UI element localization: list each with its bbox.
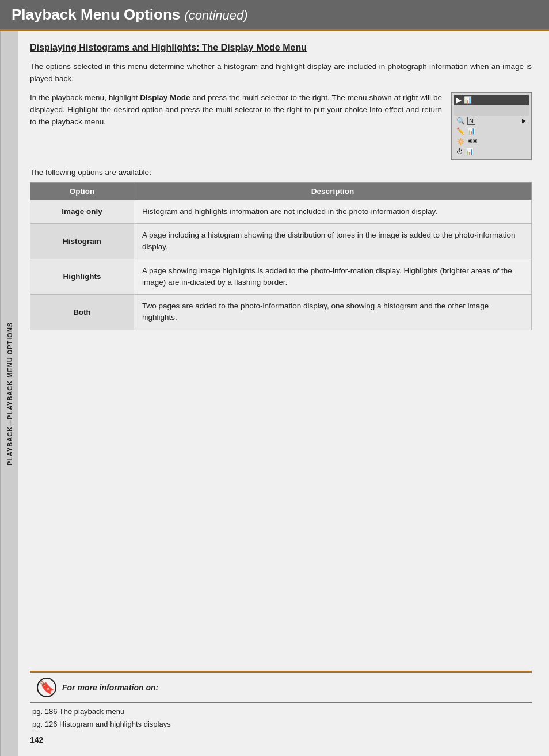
desc-cell-0: Histogram and highlights information are… [134,200,532,223]
menu-row-1: ▶ 📊 [454,95,529,105]
desc-cell-3: Two pages are added to the photo-informa… [134,295,532,330]
option-cell-0: Image only [30,200,134,223]
page-title: Playback Menu Options (continued) [12,6,248,24]
table-row: HighlightsA page showing image highlight… [30,259,532,295]
menu-icon-1: ▶ [456,96,462,104]
content-inner: Displaying Histograms and Highlights: Th… [30,43,532,744]
sidebar: PLAYBACK—PLAYBACK MENU OPTIONS [0,31,18,756]
col-header-option: Option [30,182,134,200]
col-header-description: Description [134,182,532,200]
menu-icon-bar-1: 📊 [464,96,472,104]
menu-icon-bar-2: 📊 [467,127,475,135]
options-table: Option Description Image onlyHistogram a… [30,182,532,330]
table-header-row: Option Description [30,182,532,200]
info-links: pg. 186 The playback menupg. 126 Histogr… [30,705,532,731]
table-row: Image onlyHistogram and highlights infor… [30,200,532,223]
following-text: The following options are available: [30,168,532,177]
intro-paragraph-2: In the playback menu, highlight Display … [30,92,442,160]
page-number: 142 [30,733,532,744]
section-heading: Displaying Histograms and Highlights: Th… [30,43,532,53]
title-continued: (continued) [185,8,248,22]
table-row: BothTwo pages are added to the photo-inf… [30,295,532,330]
info-link-0: pg. 186 The playback menu [32,705,532,718]
desc-cell-1: A page including a histogram showing the… [134,224,532,259]
info-box-label: For more information on: [62,683,158,692]
menu-arrow-3: ▶ [522,117,527,124]
info-link-1: pg. 126 Histogram and highlights display… [32,718,532,731]
menu-icon-star: ✱✱ [467,138,478,145]
option-cell-3: Both [30,295,134,330]
menu-icon-2: 🔍 [456,117,465,125]
menu-row-5: 🔅 ✱✱ [454,136,529,147]
page-header: Playback Menu Options (continued) [0,0,549,29]
menu-icon-n: N [467,117,475,125]
intro-paragraph-1: The options selected in this menu determ… [30,61,532,85]
table-row: HistogramA page including a histogram sh… [30,224,532,259]
sidebar-label: PLAYBACK—PLAYBACK MENU OPTIONS [6,322,13,465]
menu-screenshot: ▶ 📊 🔍 N ▶ ✏️ 📊 [451,92,532,160]
menu-icon-3: ✏️ [456,127,465,135]
content-area: Displaying Histograms and Highlights: Th… [18,31,549,756]
title-text: Playback Menu Options [12,6,180,23]
option-cell-1: Histogram [30,224,134,259]
bottom-spacer [30,342,532,671]
menu-icon-5: ⏱ [456,148,463,156]
menu-row-6: ⏱ 📊 [454,147,529,157]
menu-icon-4: 🔅 [456,138,465,146]
menu-row-2 [454,105,529,116]
menu-row-3: 🔍 N ▶ [454,116,529,126]
desc-cell-2: A page showing image highlights is added… [134,259,532,295]
option-cell-2: Highlights [30,259,134,295]
main-wrapper: PLAYBACK—PLAYBACK MENU OPTIONS Displayin… [0,31,549,756]
menu-icon-bar-3: 📊 [466,148,474,155]
info-icon: 🔖 [37,678,56,697]
middle-section: In the playback menu, highlight Display … [30,92,532,160]
info-box: 🔖 For more information on: [30,672,532,703]
menu-row-4: ✏️ 📊 [454,126,529,136]
